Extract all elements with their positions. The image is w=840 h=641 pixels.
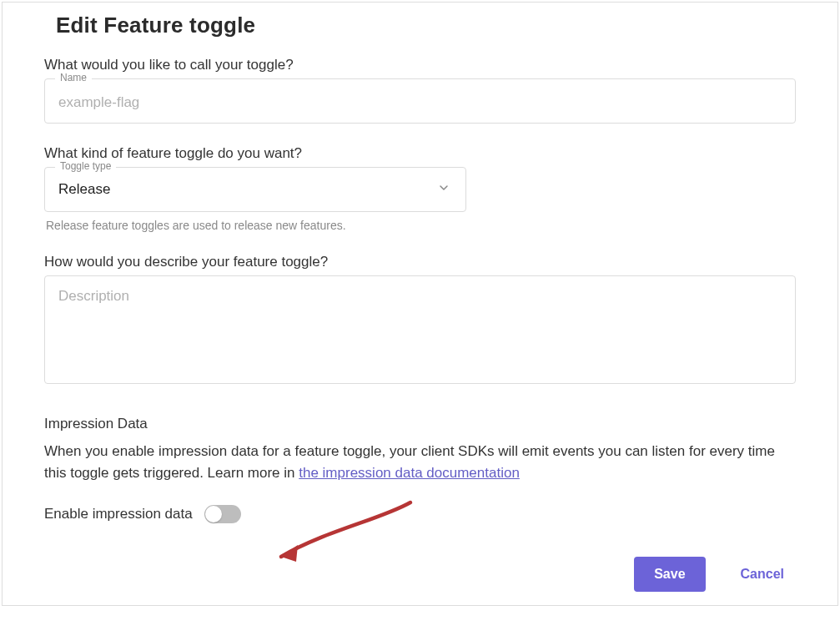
- impression-data-description: When you enable impression data for a fe…: [44, 441, 796, 485]
- chevron-down-icon: [437, 181, 450, 198]
- enable-impression-data-toggle[interactable]: [204, 505, 241, 523]
- name-question-label: What would you like to call your toggle?: [44, 57, 796, 73]
- name-field-container: Name: [44, 78, 796, 124]
- name-field-legend: Name: [55, 72, 92, 83]
- form-actions: Save Cancel: [44, 557, 796, 592]
- description-question-label: How would you describe your feature togg…: [44, 254, 796, 270]
- edit-feature-toggle-form: Edit Feature toggle What would you like …: [2, 2, 838, 606]
- enable-impression-data-row: Enable impression data: [44, 505, 796, 523]
- impression-data-doc-link[interactable]: the impression data documentation: [299, 465, 520, 481]
- cancel-button[interactable]: Cancel: [736, 566, 789, 583]
- impression-data-heading: Impression Data: [44, 416, 796, 432]
- toggle-type-select[interactable]: Toggle type Release: [44, 167, 466, 212]
- toggle-type-selected-value: Release: [58, 181, 110, 198]
- page-title: Edit Feature toggle: [56, 13, 796, 38]
- toggle-type-helper: Release feature toggles are used to rele…: [46, 219, 796, 232]
- enable-impression-data-label: Enable impression data: [44, 506, 193, 522]
- type-question-label: What kind of feature toggle do you want?: [44, 145, 796, 162]
- toggle-type-legend: Toggle type: [55, 160, 116, 172]
- description-textarea[interactable]: [44, 275, 796, 384]
- name-input[interactable]: [45, 79, 795, 123]
- toggle-knob: [205, 506, 222, 522]
- save-button[interactable]: Save: [634, 557, 705, 592]
